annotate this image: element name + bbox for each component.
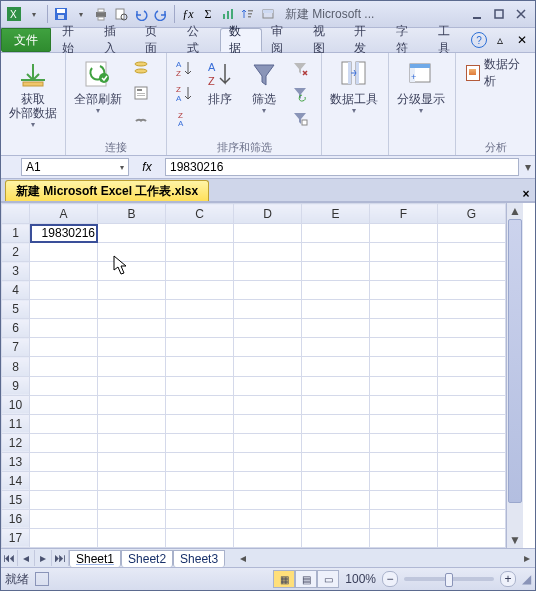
scroll-down-icon[interactable]: ▼ [507, 532, 523, 548]
col-header-F[interactable]: F [370, 204, 438, 224]
cell-C3[interactable] [166, 262, 234, 281]
view-normal-icon[interactable]: ▦ [273, 570, 295, 588]
cell-E7[interactable] [302, 338, 370, 357]
hscroll-left-icon[interactable]: ◂ [235, 551, 251, 565]
qat-save-dropdown-icon[interactable]: ▾ [72, 5, 90, 23]
cell-A5[interactable] [30, 300, 98, 319]
cell-E15[interactable] [302, 490, 370, 509]
cell-E3[interactable] [302, 262, 370, 281]
workbook-tab[interactable]: 新建 Microsoft Excel 工作表.xlsx [5, 180, 209, 201]
tab-insert[interactable]: 插入 [95, 28, 137, 52]
cell-A3[interactable] [30, 262, 98, 281]
cell-D4[interactable] [234, 281, 302, 300]
row-header-3[interactable]: 3 [2, 262, 30, 281]
row-header-7[interactable]: 7 [2, 338, 30, 357]
cell-F16[interactable] [370, 509, 438, 528]
cell-G2[interactable] [438, 243, 506, 262]
cell-F17[interactable] [370, 528, 438, 547]
sort-asc-icon[interactable]: AZ [173, 57, 195, 79]
cell-C1[interactable] [166, 224, 234, 243]
cell-D17[interactable] [234, 528, 302, 547]
prev-sheet-icon[interactable]: ◂ [18, 550, 35, 566]
help-icon[interactable]: ? [471, 32, 487, 48]
cell-A10[interactable] [30, 395, 98, 414]
cell-G15[interactable] [438, 490, 506, 509]
cell-C12[interactable] [166, 433, 234, 452]
tab-char[interactable]: 字符 [387, 28, 429, 52]
cell-D15[interactable] [234, 490, 302, 509]
tab-data[interactable]: 数据 [220, 28, 262, 52]
cell-B6[interactable] [98, 319, 166, 338]
first-sheet-icon[interactable]: ⏮ [1, 550, 18, 566]
cell-grid[interactable]: ABCDEFG119830216234567891011121314151617 [1, 203, 506, 548]
chart-qat-icon[interactable] [219, 5, 237, 23]
row-header-13[interactable]: 13 [2, 452, 30, 471]
cell-A2[interactable] [30, 243, 98, 262]
save-icon[interactable] [52, 5, 70, 23]
row-header-1[interactable]: 1 [2, 224, 30, 243]
cell-D7[interactable] [234, 338, 302, 357]
cell-G3[interactable] [438, 262, 506, 281]
cell-D11[interactable] [234, 414, 302, 433]
zoom-slider-knob[interactable] [445, 573, 453, 587]
cell-C10[interactable] [166, 395, 234, 414]
row-header-6[interactable]: 6 [2, 319, 30, 338]
close-button[interactable] [511, 5, 531, 23]
cell-E5[interactable] [302, 300, 370, 319]
cell-G11[interactable] [438, 414, 506, 433]
cell-E16[interactable] [302, 509, 370, 528]
row-header-12[interactable]: 12 [2, 433, 30, 452]
qat-dropdown-icon[interactable]: ▾ [25, 5, 43, 23]
merge-qat-icon[interactable] [259, 5, 277, 23]
cell-B7[interactable] [98, 338, 166, 357]
minimize-button[interactable] [467, 5, 487, 23]
row-header-17[interactable]: 17 [2, 528, 30, 547]
cell-E2[interactable] [302, 243, 370, 262]
cell-E8[interactable] [302, 357, 370, 376]
file-tab[interactable]: 文件 [1, 28, 51, 52]
zoom-out-button[interactable]: − [382, 571, 398, 587]
cell-F13[interactable] [370, 452, 438, 471]
cell-F4[interactable] [370, 281, 438, 300]
cell-D8[interactable] [234, 357, 302, 376]
connections-icon[interactable] [130, 57, 152, 79]
scroll-up-icon[interactable]: ▲ [507, 203, 523, 219]
cell-C4[interactable] [166, 281, 234, 300]
row-header-9[interactable]: 9 [2, 376, 30, 395]
formula-qat-icon[interactable]: ƒx [179, 5, 197, 23]
cell-G7[interactable] [438, 338, 506, 357]
cell-G9[interactable] [438, 376, 506, 395]
sheet-tab-2[interactable]: Sheet2 [121, 550, 173, 567]
col-header-D[interactable]: D [234, 204, 302, 224]
cell-F15[interactable] [370, 490, 438, 509]
cell-B13[interactable] [98, 452, 166, 471]
cell-G14[interactable] [438, 471, 506, 490]
cell-F6[interactable] [370, 319, 438, 338]
cell-C13[interactable] [166, 452, 234, 471]
window-close-icon[interactable]: ✕ [513, 31, 531, 49]
cell-C17[interactable] [166, 528, 234, 547]
cell-B16[interactable] [98, 509, 166, 528]
cell-C6[interactable] [166, 319, 234, 338]
cell-G16[interactable] [438, 509, 506, 528]
cell-B4[interactable] [98, 281, 166, 300]
cell-G6[interactable] [438, 319, 506, 338]
expand-formula-bar-icon[interactable]: ▾ [521, 160, 535, 174]
cell-C11[interactable] [166, 414, 234, 433]
zoom-slider[interactable] [404, 577, 494, 581]
cell-C2[interactable] [166, 243, 234, 262]
cell-B3[interactable] [98, 262, 166, 281]
row-header-15[interactable]: 15 [2, 490, 30, 509]
row-header-16[interactable]: 16 [2, 509, 30, 528]
cell-D16[interactable] [234, 509, 302, 528]
row-header-10[interactable]: 10 [2, 395, 30, 414]
col-header-A[interactable]: A [30, 204, 98, 224]
select-all-corner[interactable] [2, 204, 30, 224]
col-header-B[interactable]: B [98, 204, 166, 224]
cell-F5[interactable] [370, 300, 438, 319]
cell-B9[interactable] [98, 376, 166, 395]
tab-dev[interactable]: 开发 [345, 28, 387, 52]
cell-D5[interactable] [234, 300, 302, 319]
last-sheet-icon[interactable]: ⏭ [52, 550, 69, 566]
cell-A8[interactable] [30, 357, 98, 376]
